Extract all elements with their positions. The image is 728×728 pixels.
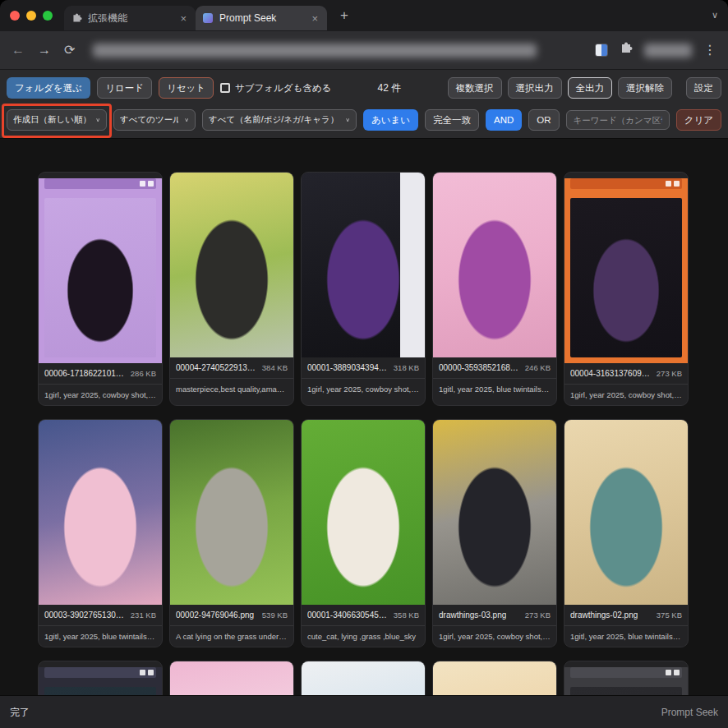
new-tab-button[interactable]: + (335, 7, 353, 24)
tab-label: 拡張機能 (88, 12, 172, 25)
file-name: 00004-3163137609.png (570, 369, 652, 378)
prompt-seek-favicon (202, 12, 214, 24)
subfolders-checkbox[interactable] (220, 83, 230, 93)
image-card[interactable]: 00004-2740522913.png 384 KB masterpiece,… (169, 172, 294, 406)
prompt-preview: 1girl, year 2025, cowboy shot, simpl... (564, 384, 688, 405)
image-card[interactable]: 00000-3593852168.p... 246 KB 1gitl, year… (432, 172, 557, 406)
prompt-preview: 1gitl, year 2025, blue twintails, pink .… (564, 625, 688, 647)
file-size: 539 KB (262, 611, 288, 620)
tab-prompt-seek[interactable]: Prompt Seek × (196, 6, 327, 30)
image-card[interactable]: drawthings-02.png 375 KB 1gitl, year 202… (564, 419, 689, 647)
toolbar-row-actions: フォルダを選ぶ リロード リセット サブフォルダも含める 42 件 複数選択 選… (7, 76, 721, 100)
file-name: 00000-3593852168.p... (439, 363, 520, 372)
card-meta: drawthings-03.png 273 KB (433, 605, 556, 625)
file-size: 375 KB (657, 611, 682, 620)
or-operator-button[interactable]: OR (528, 109, 559, 131)
image-thumbnail[interactable] (433, 420, 556, 605)
image-card[interactable]: 00002-94769046.png 539 KB A cat lying on… (169, 419, 294, 647)
and-operator-button[interactable]: AND (486, 109, 522, 131)
clear-keywords-button[interactable]: クリア (676, 109, 721, 131)
image-thumbnail[interactable] (170, 420, 293, 605)
file-name: drawthings-03.png (439, 611, 506, 620)
forward-button[interactable]: → (38, 44, 51, 57)
sort-order-select[interactable]: 作成日（新しい順） ∨ (7, 109, 107, 131)
file-size: 286 KB (131, 369, 156, 378)
image-card[interactable]: drawthings-03.png 273 KB 1girl, year 202… (432, 419, 557, 647)
multi-select-button[interactable]: 複数選択 (448, 77, 502, 99)
prompt-preview: 1girl, year 2025, cowboy shot, simpl... (302, 378, 425, 399)
file-name: 00001-3889034394.p... (307, 363, 389, 372)
file-name: 00001-3406630545.p... (307, 611, 389, 620)
image-card[interactable]: 00001-3406630545.p... 358 KB cute_cat, l… (301, 419, 426, 647)
file-size: 384 KB (262, 363, 288, 372)
prompt-preview: masterpiece,best quality,amazing qu... (170, 378, 293, 399)
search-scope-select[interactable]: すべて（名前/ポジ/ネガ/キャラ） ∨ (202, 109, 357, 131)
image-thumbnail[interactable] (302, 420, 425, 605)
close-tab-icon[interactable]: × (177, 12, 189, 25)
select-folder-button[interactable]: フォルダを選ぶ (7, 77, 90, 99)
image-thumbnail[interactable] (170, 173, 293, 357)
chevron-down-icon: ∨ (184, 117, 189, 122)
card-meta: 00006-1718622101.png 286 KB (39, 363, 162, 384)
status-text: 完了 (10, 706, 30, 720)
puzzle-extensions-icon[interactable] (620, 42, 633, 58)
subfolders-label: サブフォルダも含める (235, 82, 331, 94)
traffic-lights (0, 11, 64, 21)
address-bar-blurred[interactable] (93, 44, 537, 58)
image-thumbnail[interactable] (302, 173, 425, 357)
tool-filter-select[interactable]: すべてのツール ∨ (113, 109, 196, 131)
image-thumbnail[interactable] (564, 420, 688, 605)
tab-strip: 拡張機能 × Prompt Seek × + ∨ (0, 0, 728, 31)
minimize-window-button[interactable] (26, 11, 36, 21)
exact-match-button[interactable]: 完全一致 (425, 109, 479, 131)
file-size: 273 KB (657, 369, 682, 378)
chevron-down-icon: ∨ (95, 117, 100, 122)
tab-search-chevron-icon[interactable]: ∨ (712, 10, 718, 21)
prompt-preview: 1girl, year 2025, cowboy shot, simpl... (39, 384, 162, 405)
browser-window: 拡張機能 × Prompt Seek × + ∨ ← → ⟳ ⋮ フォルダを選ぶ… (0, 0, 728, 728)
browser-menu-kebab-icon[interactable]: ⋮ (703, 44, 716, 57)
include-subfolders-checkbox-row[interactable]: サブフォルダも含める (220, 82, 331, 94)
app-toolbar: フォルダを選ぶ リロード リセット サブフォルダも含める 42 件 複数選択 選… (0, 70, 728, 139)
close-window-button[interactable] (10, 11, 20, 21)
file-size: 231 KB (131, 611, 156, 620)
status-bar: 完了 Prompt Seek (0, 695, 728, 728)
image-card[interactable]: 00004-3163137609.png 273 KB 1girl, year … (564, 172, 689, 406)
card-meta: drawthings-02.png 375 KB (564, 605, 688, 625)
image-thumbnail[interactable] (433, 173, 556, 357)
toolbar-row-filters: 作成日（新しい順） ∨ すべてのツール ∨ すべて（名前/ポジ/ネガ/キャラ） … (7, 108, 721, 132)
reset-button[interactable]: リセット (159, 77, 214, 99)
result-count: 42 件 (377, 81, 401, 95)
file-size: 246 KB (525, 363, 551, 372)
navigation-bar: ← → ⟳ ⋮ (0, 31, 728, 70)
card-meta: 00003-3902765130.png 231 KB (39, 605, 162, 625)
card-meta: 00001-3406630545.p... 358 KB (302, 605, 425, 625)
fuzzy-match-button[interactable]: あいまい (363, 109, 418, 131)
zoom-window-button[interactable] (43, 11, 53, 21)
prompt-preview: cute_cat, lying ,grass ,blue_sky (302, 625, 425, 647)
back-button[interactable]: ← (12, 44, 25, 57)
keyword-search-input[interactable] (566, 110, 670, 130)
image-thumbnail[interactable] (39, 178, 162, 363)
reload-button[interactable]: ⟳ (64, 44, 75, 57)
card-meta: 00002-94769046.png 539 KB (170, 605, 293, 625)
settings-button[interactable]: 設定 (686, 77, 721, 99)
image-card[interactable]: 00001-3889034394.p... 318 KB 1girl, year… (301, 172, 426, 406)
gallery-area: 00006-1718622101.png 286 KB 1girl, year … (0, 139, 728, 728)
image-card[interactable]: 00003-3902765130.png 231 KB 1gitl, year … (38, 419, 163, 647)
prompt-preview: 1girl, year 2025, cowboy shot, simpl... (433, 625, 556, 647)
chevron-down-icon: ∨ (345, 117, 350, 122)
image-card[interactable]: 00006-1718622101.png 286 KB 1girl, year … (38, 172, 163, 406)
tab-extensions[interactable]: 拡張機能 × (64, 6, 196, 30)
extensions-icon (71, 12, 82, 24)
export-selected-button[interactable]: 選択出力 (508, 77, 562, 99)
clear-selection-button[interactable]: 選択解除 (618, 77, 672, 99)
profile-chip-blurred[interactable] (644, 44, 692, 58)
reload-list-button[interactable]: リロード (97, 77, 152, 99)
export-all-button[interactable]: 全出力 (568, 77, 613, 99)
image-thumbnail[interactable] (39, 420, 162, 605)
close-tab-icon[interactable]: × (309, 12, 320, 25)
app-name-label: Prompt Seek (661, 707, 718, 718)
image-thumbnail[interactable] (564, 178, 688, 363)
pinned-extension-icon[interactable] (595, 44, 608, 57)
